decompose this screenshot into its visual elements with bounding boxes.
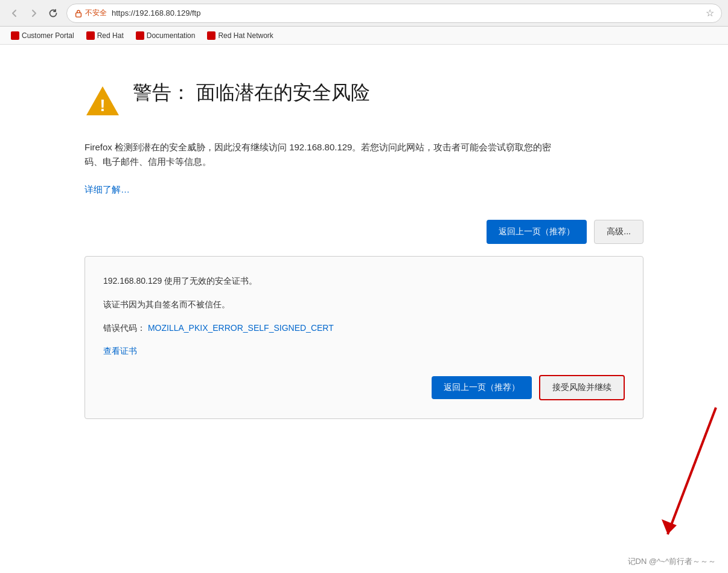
advanced-panel: 192.168.80.129 使用了无效的安全证书。 该证书因为其自签名而不被信… <box>85 256 643 419</box>
reload-button[interactable] <box>45 5 62 22</box>
error-code-prefix: 错误代码： <box>103 323 145 333</box>
back-button[interactable] <box>6 5 23 22</box>
top-button-row: 返回上一页（推荐） 高级... <box>85 220 643 244</box>
advanced-line2: 该证书因为其自签名而不被信任。 <box>103 298 625 311</box>
browser-toolbar: 不安全 ☆ <box>0 0 728 27</box>
watermark: 记DN @^~^前行者～～～ <box>628 556 716 567</box>
learn-more-link[interactable]: 详细了解… <box>85 184 130 194</box>
bookmark-red-hat-network-label: Red Hat Network <box>218 31 273 40</box>
security-label: 不安全 <box>85 8 107 18</box>
error-code-line: 错误代码： MOZILLA_PKIX_ERROR_SELF_SIGNED_CER… <box>103 322 625 335</box>
accept-risk-button[interactable]: 接受风险并继续 <box>539 375 625 400</box>
bookmark-documentation[interactable]: Documentation <box>131 30 200 41</box>
error-code-link[interactable]: MOZILLA_PKIX_ERROR_SELF_SIGNED_CERT <box>148 323 334 333</box>
bookmark-customer-portal[interactable]: Customer Portal <box>6 30 79 41</box>
go-back-button[interactable]: 返回上一页（推荐） <box>487 220 587 244</box>
bookmark-red-hat-network[interactable]: Red Hat Network <box>202 30 278 41</box>
advanced-button-row: 返回上一页（推荐） 接受风险并继续 <box>103 375 625 400</box>
view-cert-link[interactable]: 查看证书 <box>103 346 137 356</box>
advanced-line1: 192.168.80.129 使用了无效的安全证书。 <box>103 275 625 287</box>
nav-buttons <box>6 5 62 22</box>
red-hat-network-favicon <box>207 31 216 40</box>
warning-triangle-icon: ! <box>85 83 121 120</box>
bookmark-customer-portal-label: Customer Portal <box>22 31 74 40</box>
bookmark-red-hat-label: Red Hat <box>97 31 124 40</box>
svg-rect-0 <box>76 13 81 17</box>
customer-portal-favicon <box>11 31 19 40</box>
red-hat-favicon <box>86 31 95 40</box>
warning-title: 警告： 面临潜在的安全风险 <box>133 81 370 104</box>
forward-button[interactable] <box>25 5 42 22</box>
advanced-button[interactable]: 高级... <box>594 220 643 244</box>
bookmark-documentation-label: Documentation <box>147 31 196 40</box>
bookmark-red-hat[interactable]: Red Hat <box>81 30 129 41</box>
go-back-button-2[interactable]: 返回上一页（推荐） <box>432 376 532 399</box>
address-bar[interactable]: 不安全 ☆ <box>66 4 722 23</box>
warning-description: Firefox 检测到潜在的安全威胁，因此没有继续访问 192.168.80.1… <box>85 140 567 169</box>
warning-section: ! 警告： 面临潜在的安全风险 <box>85 81 643 122</box>
warning-icon-container: ! <box>85 83 121 122</box>
bookmarks-bar: Customer Portal Red Hat Documentation Re… <box>0 27 728 45</box>
url-input[interactable] <box>112 8 701 18</box>
bookmark-star-button[interactable]: ☆ <box>706 7 714 19</box>
svg-text:!: ! <box>100 96 105 115</box>
security-badge: 不安全 <box>74 8 107 18</box>
documentation-favicon <box>136 31 144 40</box>
page-content: ! 警告： 面临潜在的安全风险 Firefox 检测到潜在的安全威胁，因此没有继… <box>0 45 728 573</box>
